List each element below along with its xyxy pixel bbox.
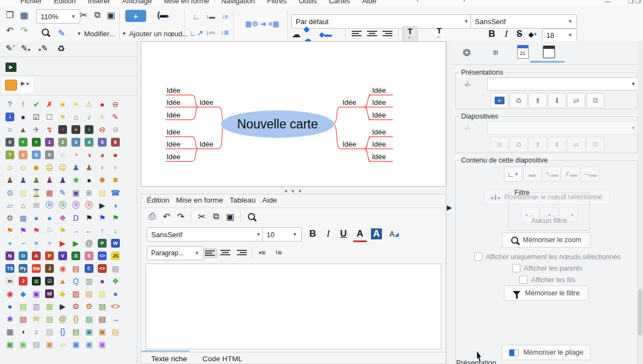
menu-mise-en-forme[interactable]: Mise en forme (164, 0, 209, 5)
palette-icon[interactable]: ▤ (16, 312, 30, 325)
menu-filtres[interactable]: Filtres (267, 0, 286, 5)
palette-icon[interactable]: ● (109, 287, 122, 300)
palette-icon[interactable]: ☀ (69, 98, 82, 110)
palette-icon[interactable]: ↑ (96, 224, 109, 237)
remove-all-icons-button[interactable]: ♻ (57, 43, 65, 54)
bold-button[interactable]: B (306, 227, 319, 240)
palette-icon[interactable]: @ (56, 312, 69, 325)
vertical-spacing-icon[interactable]: ↕▬ (203, 12, 218, 20)
tab-code-html[interactable]: Code HTML (202, 355, 242, 363)
palette-icon[interactable]: ● (96, 98, 109, 110)
expand-arrow-icon[interactable]: ▶ ▸ (21, 80, 30, 86)
palette-icon[interactable]: ▩ (43, 300, 56, 312)
map-node[interactable]: Idée (372, 86, 386, 94)
palette-icon[interactable]: ☻ (30, 161, 43, 173)
add-presentation-button[interactable]: + (490, 93, 508, 108)
italic-button[interactable]: I (322, 227, 335, 240)
folder-group-icon[interactable] (5, 80, 17, 91)
paste-icon[interactable]: ▣ (224, 210, 237, 223)
palette-icon[interactable]: ⚐ (43, 224, 56, 237)
map-node[interactable]: Idée (372, 98, 386, 107)
menu-ins-rer[interactable]: Insérer (88, 0, 110, 5)
palette-icon[interactable]: ▤ (82, 312, 96, 325)
palette-icon[interactable]: ♟ (3, 173, 16, 186)
palette-icon[interactable]: ▨ (69, 287, 82, 300)
text-direction-rtl-icon[interactable]: T← (432, 26, 446, 41)
palette-icon[interactable]: ▦ (3, 325, 16, 338)
palette-icon[interactable]: ✱ (3, 312, 16, 325)
slide-select[interactable]: ▼ (487, 121, 640, 135)
note-font-family-select[interactable]: SansSerif▼ (147, 227, 265, 242)
align-right-button[interactable] (237, 250, 247, 255)
move-down-button[interactable]: ⬇ (548, 93, 566, 108)
palette-icon[interactable]: ▤ (43, 312, 56, 325)
palette-icon[interactable]: ● (3, 300, 16, 312)
restore-button-2[interactable]: ❐ (635, 0, 641, 5)
palette-icon[interactable]: 4 (82, 136, 96, 148)
palette-icon[interactable]: ▱ (56, 338, 69, 350)
palette-icon[interactable]: Ⓡ (56, 199, 69, 211)
map-node[interactable]: Idée (372, 128, 386, 136)
palette-icon[interactable]: ▶ (56, 237, 69, 249)
editor-menu-aide[interactable]: Aide (262, 196, 277, 204)
palette-icon[interactable]: ◑ (82, 148, 96, 161)
memorize-fold-button[interactable]: Mémoriser le pliage (502, 345, 591, 360)
map-node[interactable]: Idée (372, 140, 386, 148)
palette-icon[interactable]: ● (16, 110, 30, 123)
palette-icon[interactable]: ▣ (43, 338, 56, 350)
palette-icon[interactable]: m (3, 275, 16, 287)
edit-content-button[interactable]: ✎▬ (542, 166, 561, 182)
palette-icon[interactable]: ♀ (96, 161, 109, 173)
map-node[interactable]: Idée (167, 111, 180, 119)
palette-icon[interactable]: ⚑ (30, 224, 43, 237)
palette-icon[interactable]: ⚑ (82, 211, 96, 224)
tab-calendar-icon[interactable]: 21 (513, 44, 532, 59)
modify-button[interactable]: ▼Modifier... (77, 30, 115, 38)
map-node[interactable]: Idée (199, 140, 213, 148)
map-node[interactable]: Idée (167, 128, 180, 136)
palette-icon[interactable]: ▣ (69, 186, 82, 199)
palette-icon[interactable]: ▲ (16, 123, 30, 136)
palette-icon[interactable]: ≣ (82, 186, 96, 199)
palette-icon[interactable]: 6 (109, 136, 122, 148)
palette-icon[interactable]: ⚙ (82, 300, 96, 312)
palette-icon[interactable]: ↓ (109, 224, 122, 237)
palette-icon[interactable]: 0 (43, 148, 56, 161)
align-center-icon[interactable] (367, 31, 377, 36)
horizontal-splitter[interactable]: ● ● ● (141, 187, 446, 194)
palette-icon[interactable]: ▤ (16, 186, 30, 199)
palette-icon[interactable]: − (16, 237, 30, 249)
palette-icon[interactable]: × (30, 237, 43, 249)
palette-icon[interactable]: 7 (3, 148, 16, 161)
palette-icon[interactable]: ❖ (56, 211, 69, 224)
palette-icon[interactable]: JS (109, 249, 122, 262)
palette-icon[interactable]: {} (56, 325, 69, 338)
remove-content-button[interactable]: ✗▬ (562, 166, 580, 182)
palette-icon[interactable]: ○ (56, 148, 69, 161)
memorize-filter-button[interactable]: Mémoriser le filtre (504, 285, 589, 301)
remove-first-icon-button[interactable]: ✎● (21, 43, 30, 53)
palette-icon[interactable]: → (109, 312, 122, 325)
palette-icon[interactable]: ✎ (56, 186, 69, 199)
palette-icon[interactable]: A (30, 249, 43, 262)
palette-icon[interactable]: ⚙ (69, 300, 82, 312)
palette-icon[interactable]: Id (43, 287, 56, 300)
palette-icon[interactable]: P (43, 249, 56, 262)
move-up-button[interactable]: ⬆ (529, 93, 547, 108)
node-list-icon[interactable]: ↕≡ (218, 12, 232, 20)
palette-icon[interactable]: + (30, 136, 43, 148)
palette-icon[interactable]: ◖ (16, 325, 30, 338)
link-content-button[interactable]: ↪▬ (581, 166, 599, 182)
palette-icon[interactable]: ♪ (30, 325, 43, 338)
add-sibling-node-button[interactable]: (▬+ (157, 9, 169, 20)
palette-icon[interactable]: ❀ (69, 173, 82, 186)
minimize-button[interactable]: — (605, 0, 611, 4)
slide-duplicate-button[interactable]: ⧉ (586, 137, 605, 152)
palette-icon[interactable]: ⊖ (109, 98, 122, 110)
palette-icon[interactable]: ● (82, 123, 96, 136)
remove-last-icon-button[interactable]: ●✎ (38, 43, 48, 53)
palette-icon[interactable]: ▦ (30, 275, 43, 287)
palette-icon[interactable]: ✉ (30, 312, 43, 325)
palette-icon[interactable]: ▣ (30, 287, 43, 300)
palette-icon[interactable]: ● (96, 275, 109, 287)
